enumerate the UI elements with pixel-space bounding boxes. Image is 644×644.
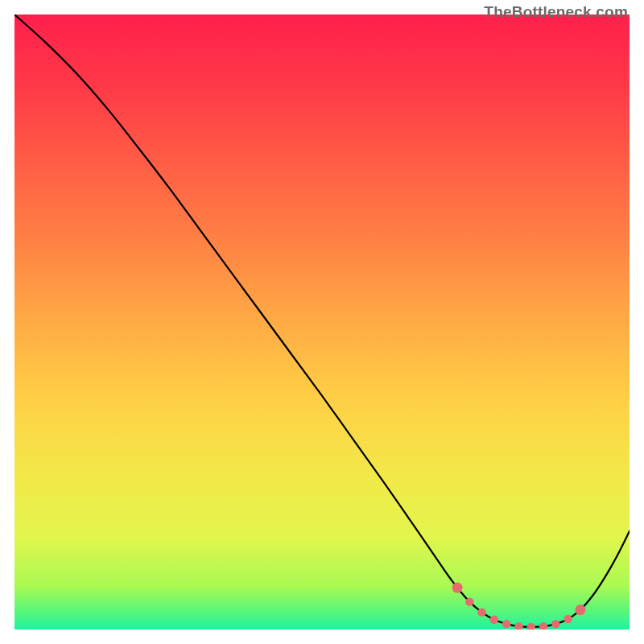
marker-dot — [490, 616, 498, 624]
marker-dot — [564, 615, 572, 623]
watermark-text: TheBottleneck.com — [484, 3, 628, 21]
marker-dot — [502, 620, 510, 628]
plot-svg — [14, 14, 630, 630]
marker-dot — [477, 608, 485, 616]
marker-dot — [575, 605, 585, 615]
plot-area — [14, 14, 630, 630]
chart-stage: TheBottleneck.com — [0, 0, 644, 644]
marker-dot — [551, 620, 559, 628]
marker-dot — [465, 597, 473, 605]
marker-dot — [452, 583, 463, 593]
